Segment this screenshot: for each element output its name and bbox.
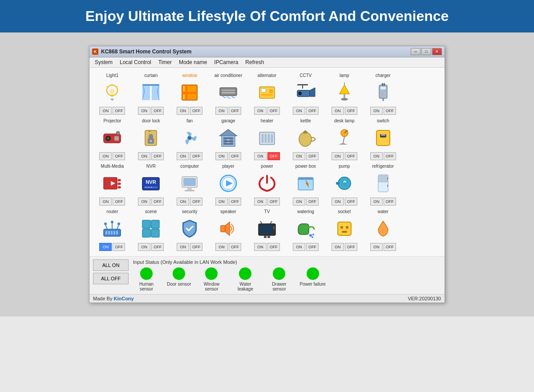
window-title: KC868 Smart Home Control System [101,48,191,55]
device-on-btn-charger[interactable]: ON [370,107,383,115]
device-off-btn-multi-media[interactable]: OFF [113,198,125,206]
device-on-btn-air-conditioner[interactable]: ON [215,107,228,115]
sensor-dot [205,267,218,280]
device-off-btn-door-lock[interactable]: OFF [151,152,164,160]
device-on-btn-player[interactable]: ON [215,198,228,206]
svg-rect-95 [387,185,388,187]
device-on-btn-router[interactable]: ON [99,243,112,251]
device-name-projector: Projector [103,118,121,125]
device-off-btn-charger[interactable]: OFF [384,107,396,115]
device-on-btn-garage[interactable]: ON [215,152,228,160]
title-bar-controls: ─ □ ✕ [411,48,442,55]
device-cell-socket: socket ON OFF [325,207,364,253]
device-off-btn-water[interactable]: OFF [384,243,396,251]
device-off-btn-fan[interactable]: OFF [190,152,202,160]
device-on-btn-power-box[interactable]: ON [293,198,305,206]
device-off-btn-cctv[interactable]: OFF [306,107,319,115]
device-off-btn-desk-lamp[interactable]: OFF [345,152,357,160]
device-on-btn-curtain[interactable]: ON [138,107,150,115]
device-off-btn-scene[interactable]: OFF [151,243,164,251]
device-btn-row: ON OFF [99,198,125,206]
device-icon-power-box [294,172,317,195]
device-off-btn-alternator[interactable]: OFF [267,107,280,115]
svg-rect-58 [271,134,273,143]
device-on-btn-kettle[interactable]: ON [293,152,305,160]
maximize-button[interactable]: □ [421,48,431,55]
device-off-btn-refrigerator[interactable]: OFF [384,198,396,206]
device-on-btn-refrigerator[interactable]: ON [370,198,383,206]
device-icon-air-conditioner [217,81,240,104]
menu-system[interactable]: System [91,58,116,66]
device-btn-row: ON OFF [254,107,280,115]
device-icon-multi-media [101,172,124,195]
device-off-btn-garage[interactable]: OFF [229,152,241,160]
device-on-btn-multi-media[interactable]: ON [99,198,112,206]
minimize-button[interactable]: ─ [411,48,421,55]
close-button[interactable]: ✕ [432,48,442,55]
device-on-btn-power[interactable]: ON [254,198,267,206]
device-off-btn-router[interactable]: OFF [113,243,125,251]
device-off-btn-security[interactable]: OFF [190,243,202,251]
device-icon-door-lock [139,126,162,150]
device-name-refrigerator: refrigerator [372,164,394,170]
all-off-button[interactable]: ALL OFF [93,273,129,284]
device-on-btn-watering[interactable]: ON [293,243,305,251]
device-off-btn-power[interactable]: OFF [267,198,280,206]
device-btn-row: ON OFF [138,243,164,251]
device-off-btn-socket[interactable]: OFF [345,243,357,251]
device-off-btn-lamp[interactable]: OFF [345,107,357,115]
device-cell-nvr: NVR NVR ON OFF [132,162,170,207]
device-off-btn-air-conditioner[interactable]: OFF [229,107,241,115]
device-on-btn-light1[interactable]: ON [99,107,112,115]
device-cell-pump: pump ON OFF [325,162,364,207]
device-off-btn-pump[interactable]: OFF [345,198,357,206]
device-on-btn-projector[interactable]: ON [99,152,112,160]
device-on-btn-alternator[interactable]: ON [254,107,267,115]
device-cell-power: power ON OFF [248,162,287,207]
device-on-btn-window[interactable]: ON [177,107,189,115]
device-off-btn-curtain[interactable]: OFF [151,107,164,115]
device-on-btn-pump[interactable]: ON [332,198,344,206]
menu-local-control[interactable]: Local Control [116,58,155,66]
device-on-btn-switch[interactable]: ON [370,152,383,160]
device-off-btn-heater[interactable]: OFF [267,152,280,160]
all-on-button[interactable]: ALL ON [93,259,129,271]
svg-point-126 [340,226,343,229]
sensor-label: Drawer sensor [266,282,292,291]
device-off-btn-nvr[interactable]: OFF [151,198,164,206]
device-off-btn-speaker[interactable]: OFF [229,243,241,251]
device-off-btn-projector[interactable]: OFF [113,152,125,160]
device-on-btn-water[interactable]: ON [370,243,383,251]
device-on-btn-socket[interactable]: ON [332,243,344,251]
device-on-btn-fan[interactable]: ON [177,152,189,160]
device-name-heater: heater [261,118,273,125]
sensor-label: Water leakage [232,282,259,291]
device-off-btn-tv[interactable]: OFF [267,243,280,251]
device-on-btn-cctv[interactable]: ON [293,107,305,115]
device-on-btn-heater[interactable]: ON [254,152,267,160]
device-off-btn-light1[interactable]: OFF [113,107,125,115]
device-on-btn-scene[interactable]: ON [138,243,150,251]
device-on-btn-computer[interactable]: ON [177,198,189,206]
device-on-btn-tv[interactable]: ON [254,243,267,251]
device-btn-row: ON OFF [177,107,202,115]
menu-timer[interactable]: Timer [155,58,175,66]
menu-ipcamera[interactable]: IPCamera [210,58,242,66]
device-off-btn-window[interactable]: OFF [190,107,202,115]
device-on-btn-speaker[interactable]: ON [215,243,228,251]
menu-refresh[interactable]: Refresh [242,58,267,66]
device-off-btn-computer[interactable]: OFF [190,198,202,206]
device-off-btn-player[interactable]: OFF [229,198,241,206]
device-on-btn-security[interactable]: ON [177,243,189,251]
device-off-btn-power-box[interactable]: OFF [306,198,319,206]
device-off-btn-watering[interactable]: OFF [306,243,319,251]
menu-mode-name[interactable]: Mode name [175,58,210,66]
device-on-btn-door-lock[interactable]: ON [138,152,150,160]
device-btn-row: ON OFF [177,243,202,251]
svg-rect-98 [108,231,110,234]
device-on-btn-desk-lamp[interactable]: ON [332,152,344,160]
device-off-btn-kettle[interactable]: OFF [306,152,319,160]
device-on-btn-nvr[interactable]: ON [138,198,150,206]
device-off-btn-switch[interactable]: OFF [384,152,396,160]
device-on-btn-lamp[interactable]: ON [332,107,344,115]
